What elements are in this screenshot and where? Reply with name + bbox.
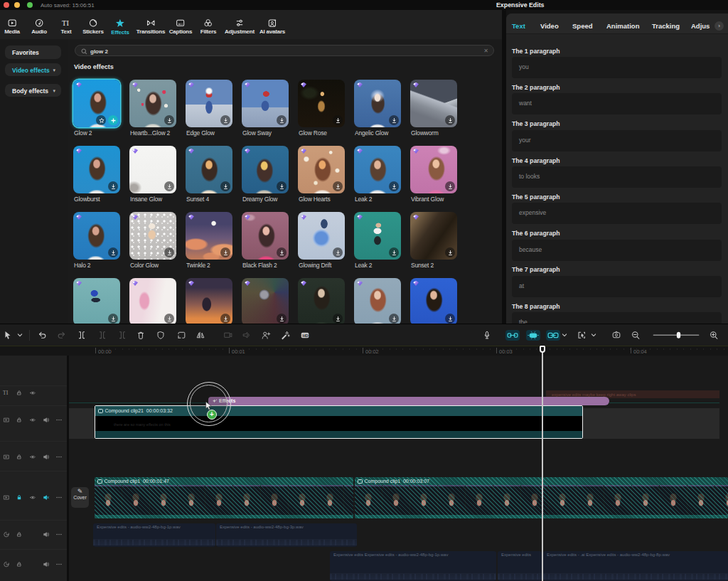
svg-text:TI: TI	[62, 19, 69, 27]
svg-text:TI: TI	[3, 390, 9, 396]
svg-text:HD: HD	[302, 334, 308, 338]
